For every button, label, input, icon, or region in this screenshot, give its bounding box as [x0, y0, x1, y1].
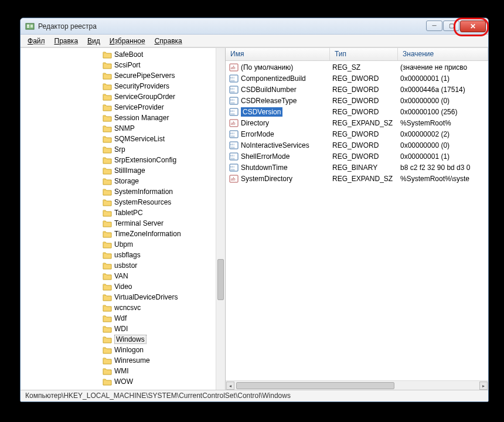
- menubar: Файл Правка Вид Избранное Справка: [21, 35, 488, 47]
- value-row[interactable]: 011110CSDReleaseTypeREG_DWORD0x00000000 …: [226, 95, 488, 106]
- tree-item[interactable]: Srp: [21, 144, 216, 155]
- tree-item[interactable]: SafeBoot: [21, 49, 216, 60]
- column-value[interactable]: Значение: [398, 48, 488, 60]
- values-hscrollbar[interactable]: ◂ ▸: [226, 380, 488, 390]
- folder-icon: [103, 293, 112, 301]
- value-row[interactable]: 011110NoInteractiveServicesREG_DWORD0x00…: [226, 139, 488, 151]
- values-pane: Имя Тип Значение ab(По умолчанию)REG_SZ(…: [226, 48, 488, 390]
- tree-item[interactable]: ServiceProvider: [21, 102, 216, 113]
- titlebar[interactable]: Редактор реестра ─ ▢ ✕: [21, 18, 488, 35]
- folder-icon: [103, 166, 112, 175]
- folder-icon: [103, 93, 112, 101]
- tree-item[interactable]: SNMP: [21, 123, 216, 134]
- tree-item[interactable]: usbflags: [21, 250, 216, 260]
- tree-item[interactable]: SQMServiceList: [21, 134, 216, 144]
- value-data: 0x00000000 (0): [398, 97, 488, 105]
- tree-item[interactable]: Terminal Server: [21, 218, 216, 229]
- values-header[interactable]: Имя Тип Значение: [226, 48, 488, 61]
- menu-help[interactable]: Справка: [150, 36, 187, 46]
- hscroll-thumb[interactable]: [236, 382, 394, 389]
- tree-scrollbar-thumb[interactable]: [217, 259, 224, 300]
- value-row[interactable]: 011110CSDVersionREG_DWORD0x00000100 (256…: [226, 106, 488, 117]
- close-button[interactable]: ✕: [460, 21, 486, 32]
- value-row[interactable]: abSystemDirectoryREG_EXPAND_SZ%SystemRoo…: [226, 173, 488, 184]
- maximize-button[interactable]: ▢: [443, 21, 459, 31]
- tree-item[interactable]: usbstor: [21, 260, 216, 271]
- value-name: ShutdownTime: [241, 164, 288, 172]
- tree-item[interactable]: SystemResources: [21, 197, 216, 207]
- tree-item-label: StillImage: [114, 166, 145, 175]
- reg-string-icon: ab: [229, 63, 239, 72]
- tree-item-label: SafeBoot: [114, 50, 143, 59]
- tree-item[interactable]: WDI: [21, 324, 216, 334]
- tree-item[interactable]: ServiceGroupOrder: [21, 91, 216, 102]
- svg-rect-1: [27, 25, 29, 26]
- folder-icon: [103, 61, 112, 69]
- tree-item[interactable]: WMI: [21, 366, 216, 376]
- reg-string-icon: ab: [229, 175, 239, 183]
- column-type[interactable]: Тип: [330, 48, 398, 60]
- value-row[interactable]: 011110ErrorModeREG_DWORD0x00000002 (2): [226, 128, 488, 139]
- statusbar: Компьютер\HKEY_LOCAL_MACHINE\SYSTEM\Curr…: [21, 390, 488, 401]
- tree-item[interactable]: SecurePipeServers: [21, 70, 216, 81]
- value-row[interactable]: 011110CSDBuildNumberREG_DWORD0x0000446a …: [226, 84, 488, 95]
- tree-item[interactable]: Wdf: [21, 313, 216, 324]
- tree-pane: SafeBootScsiPortSecurePipeServersSecurit…: [21, 48, 226, 390]
- tree-item[interactable]: Video: [21, 281, 216, 292]
- tree-item-label: Video: [114, 283, 132, 291]
- svg-text:ab: ab: [231, 65, 236, 70]
- tree-item[interactable]: Ubpm: [21, 239, 216, 250]
- tree-item[interactable]: Windows: [21, 334, 216, 345]
- tree-item[interactable]: VirtualDeviceDrivers: [21, 292, 216, 302]
- folder-icon: [103, 346, 112, 354]
- value-row[interactable]: 011110ShellErrorModeREG_DWORD0x00000001 …: [226, 151, 488, 162]
- folder-icon: [103, 156, 112, 164]
- values-list[interactable]: ab(По умолчанию)REG_SZ(значение не присв…: [226, 61, 488, 184]
- tree-item[interactable]: wcncsvc: [21, 302, 216, 313]
- value-name: (По умолчанию): [241, 63, 293, 72]
- value-name: NoInteractiveServices: [241, 141, 309, 149]
- column-name[interactable]: Имя: [226, 48, 330, 60]
- folder-icon: [103, 209, 112, 217]
- folder-icon: [103, 240, 112, 249]
- value-row[interactable]: 011110ShutdownTimeREG_BINARYb8 c2 f2 32 …: [226, 162, 488, 173]
- tree-scrollbar[interactable]: [216, 48, 225, 390]
- tree-item[interactable]: WOW: [21, 376, 216, 387]
- tree-item[interactable]: SystemInformation: [21, 186, 216, 197]
- menu-edit[interactable]: Правка: [50, 36, 83, 46]
- tree-item[interactable]: VAN: [21, 271, 216, 281]
- value-row[interactable]: abDirectoryREG_EXPAND_SZ%SystemRoot%: [226, 117, 488, 128]
- tree-item[interactable]: Winresume: [21, 355, 216, 366]
- tree-item[interactable]: SecurityProviders: [21, 81, 216, 91]
- tree-item-label: SystemResources: [114, 198, 171, 206]
- menu-view[interactable]: Вид: [83, 36, 105, 46]
- hscroll-right[interactable]: ▸: [479, 382, 488, 390]
- value-row[interactable]: ab(По умолчанию)REG_SZ(значение не присв…: [226, 62, 488, 73]
- tree-item-label: ServiceProvider: [114, 103, 164, 111]
- hscroll-left[interactable]: ◂: [226, 382, 234, 390]
- value-data: 0x0000446a (17514): [398, 86, 488, 94]
- tree-item[interactable]: Storage: [21, 176, 216, 186]
- tree-item[interactable]: TimeZoneInformation: [21, 229, 216, 239]
- reg-binary-icon: 011110: [229, 164, 239, 172]
- folder-icon: [103, 219, 112, 227]
- tree-item-label: Srp: [114, 145, 125, 154]
- tree-item[interactable]: Winlogon: [21, 345, 216, 355]
- value-name: ErrorMode: [241, 130, 274, 138]
- tree-item[interactable]: Session Manager: [21, 113, 216, 123]
- value-type: REG_EXPAND_SZ: [330, 119, 398, 127]
- tree-item[interactable]: TabletPC: [21, 207, 216, 218]
- menu-file[interactable]: Файл: [23, 36, 50, 46]
- tree-item-label: Wdf: [114, 314, 127, 322]
- tree-item[interactable]: StillImage: [21, 165, 216, 176]
- value-type: REG_DWORD: [330, 108, 398, 116]
- menu-favorites[interactable]: Избранное: [105, 36, 150, 46]
- minimize-button[interactable]: ─: [426, 21, 442, 31]
- tree-item[interactable]: ScsiPort: [21, 60, 216, 70]
- tree-item-label: VirtualDeviceDrivers: [114, 293, 178, 301]
- tree-list[interactable]: SafeBootScsiPortSecurePipeServersSecurit…: [21, 48, 216, 388]
- folder-icon: [103, 314, 112, 322]
- value-row[interactable]: 011110ComponentizedBuildREG_DWORD0x00000…: [226, 73, 488, 84]
- value-name: CSDReleaseType: [241, 97, 297, 105]
- tree-item[interactable]: SrpExtensionConfig: [21, 155, 216, 165]
